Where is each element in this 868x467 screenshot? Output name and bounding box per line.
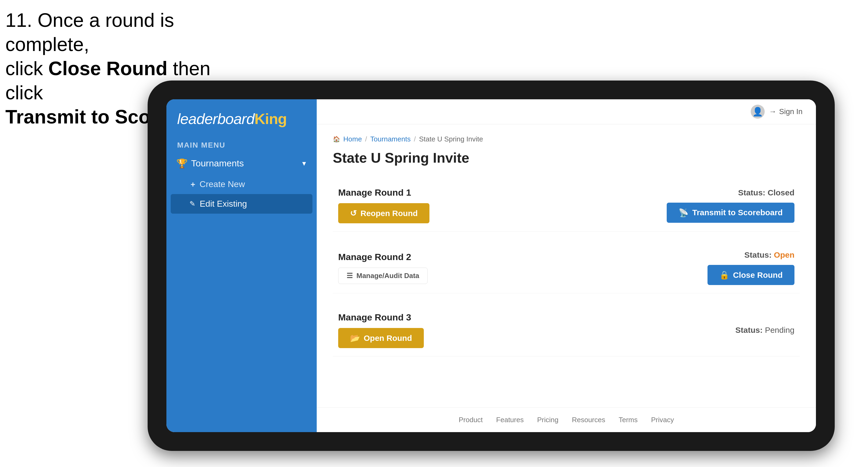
signin-arrow-icon: →: [769, 107, 776, 116]
transmit-scoreboard-label: Transmit to Scoreboard: [692, 208, 783, 217]
footer-resources[interactable]: Resources: [572, 416, 605, 424]
round-2-right: Status: Open 🔒 Close Round: [708, 250, 795, 285]
main-menu-label: MAIN MENU: [166, 135, 317, 152]
round-2-status: Status: Open: [744, 250, 795, 259]
footer-features[interactable]: Features: [496, 416, 524, 424]
manage-audit-button[interactable]: ☰ Manage/Audit Data: [338, 268, 428, 284]
round-1-status: Status: Closed: [738, 188, 795, 197]
page-footer: Product Features Pricing Resources Terms…: [317, 407, 816, 432]
sidebar-create-new[interactable]: + Create New: [166, 175, 317, 194]
reopen-icon: ↺: [350, 209, 357, 218]
create-new-label: Create New: [200, 179, 245, 189]
round-2-left: Manage Round 2 ☰ Manage/Audit Data: [338, 252, 428, 284]
edit-icon: ✎: [189, 200, 195, 208]
round-1-left: Manage Round 1 ↺ Reopen Round: [338, 187, 429, 223]
breadcrumb-tournaments[interactable]: Tournaments: [370, 135, 411, 143]
close-round-button[interactable]: 🔒 Close Round: [708, 265, 795, 285]
round-2-status-value: Open: [774, 250, 795, 259]
footer-pricing[interactable]: Pricing: [537, 416, 558, 424]
top-bar: 👤 → Sign In: [317, 99, 816, 124]
round-1-title: Manage Round 1: [338, 187, 429, 198]
chevron-down-icon: ▾: [302, 159, 306, 168]
open-round-button[interactable]: 📂 Open Round: [338, 328, 424, 348]
breadcrumb-home[interactable]: Home: [343, 135, 362, 143]
round-3-status-value: Pending: [765, 325, 795, 335]
breadcrumb: 🏠 Home / Tournaments / State U Spring In…: [333, 135, 800, 143]
tablet-screen: leaderboardKing MAIN MENU 🏆 Tournaments …: [166, 99, 816, 432]
round-3-right: Status: Pending: [736, 325, 795, 335]
sidebar-tournaments-label: Tournaments: [191, 158, 244, 168]
avatar: 👤: [751, 105, 765, 119]
trophy-icon: 🏆: [177, 159, 187, 168]
app-layout: leaderboardKing MAIN MENU 🏆 Tournaments …: [166, 99, 816, 432]
round-2-title: Manage Round 2: [338, 252, 428, 262]
main-content: 👤 → Sign In 🏠 Home / T: [317, 99, 816, 432]
footer-terms[interactable]: Terms: [619, 416, 638, 424]
round-3-left: Manage Round 3 📂 Open Round: [338, 312, 424, 348]
sign-in-button[interactable]: → Sign In: [769, 107, 803, 116]
open-icon: 📂: [350, 333, 360, 343]
lock-icon: 🔒: [719, 270, 729, 280]
sign-in-area: 👤 → Sign In: [751, 105, 803, 119]
close-round-label: Close Round: [733, 271, 783, 280]
logo-area: leaderboardKing: [166, 99, 317, 135]
sign-in-label: Sign In: [779, 107, 803, 116]
round-3-title: Manage Round 3: [338, 312, 424, 322]
open-round-label: Open Round: [364, 334, 412, 343]
transmit-scoreboard-button[interactable]: 📡 Transmit to Scoreboard: [667, 203, 795, 223]
close-round-bold: Close Round: [48, 58, 167, 79]
round-3-status: Status: Pending: [736, 325, 795, 335]
logo-text: leaderboardKing: [177, 110, 287, 127]
user-icon: 👤: [752, 106, 763, 117]
manage-audit-label: Manage/Audit Data: [356, 272, 419, 280]
round-2-section: Manage Round 2 ☰ Manage/Audit Data Statu…: [333, 242, 800, 293]
edit-existing-label: Edit Existing: [200, 199, 247, 209]
round-1-status-value: Closed: [768, 188, 795, 197]
reopen-round-label: Reopen Round: [361, 209, 417, 218]
plus-icon: +: [191, 180, 195, 189]
round-1-section: Manage Round 1 ↺ Reopen Round Status: Cl…: [333, 179, 800, 231]
page-title: State U Spring Invite: [333, 150, 800, 166]
round-3-section: Manage Round 3 📂 Open Round Status: Pend…: [333, 304, 800, 356]
sidebar-edit-existing[interactable]: ✎ Edit Existing: [171, 194, 312, 214]
sidebar: leaderboardKing MAIN MENU 🏆 Tournaments …: [166, 99, 317, 432]
reopen-round-button[interactable]: ↺ Reopen Round: [338, 203, 429, 223]
sidebar-item-tournaments[interactable]: 🏆 Tournaments ▾: [166, 152, 317, 175]
audit-icon: ☰: [346, 272, 353, 280]
breadcrumb-current: State U Spring Invite: [419, 135, 483, 143]
footer-privacy[interactable]: Privacy: [651, 416, 674, 424]
round-1-right: Status: Closed 📡 Transmit to Scoreboard: [667, 188, 795, 223]
breadcrumb-home-icon: 🏠: [333, 136, 340, 143]
tablet-device: leaderboardKing MAIN MENU 🏆 Tournaments …: [148, 81, 835, 451]
page-body: 🏠 Home / Tournaments / State U Spring In…: [317, 124, 816, 407]
footer-product[interactable]: Product: [459, 416, 483, 424]
transmit-icon: 📡: [679, 208, 688, 217]
